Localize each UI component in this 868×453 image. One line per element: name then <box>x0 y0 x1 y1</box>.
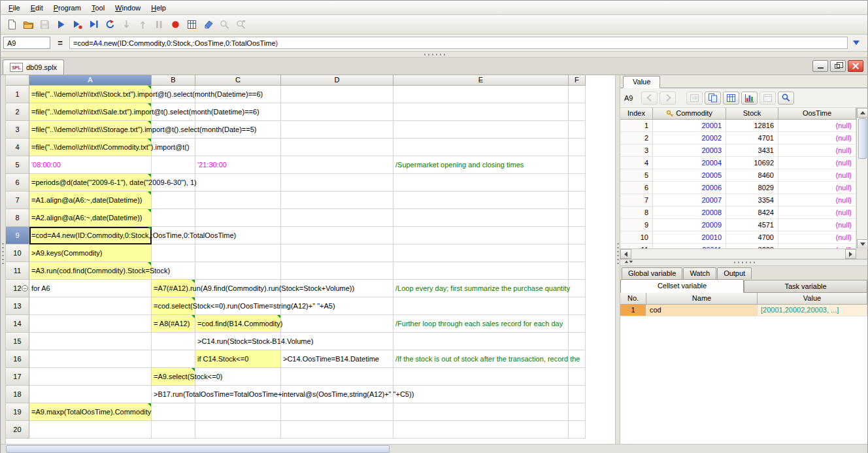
cell-F9[interactable] <box>569 227 586 244</box>
column-header-F[interactable]: F <box>569 75 586 86</box>
cell-F20[interactable] <box>569 421 586 439</box>
cell-B10[interactable] <box>152 244 195 262</box>
cell-C14[interactable]: =cod.find(B14.Commodity) <box>195 315 281 333</box>
row-header-17[interactable]: 17 <box>6 368 29 386</box>
scroll-right-icon[interactable] <box>845 249 856 259</box>
copy-icon[interactable] <box>705 92 721 105</box>
scroll-thumb[interactable] <box>858 118 867 159</box>
cell-A19[interactable]: =A9.maxp(TotalOosTime).Commodity <box>29 403 152 421</box>
cell-D4[interactable] <box>281 139 393 156</box>
cell-E5[interactable]: /Supermarket opening and closing times <box>393 156 569 174</box>
chart-icon[interactable] <box>741 92 758 105</box>
cell-A2[interactable]: =file("..\\demo\\zh\\txt\\Sale.txt").imp… <box>29 103 152 121</box>
cell-D5[interactable] <box>281 156 393 174</box>
cell-C5[interactable]: '21:30:00 <box>195 156 281 174</box>
tab-watch[interactable]: Watch <box>683 267 716 279</box>
cell-A1[interactable]: =file("..\\demo\\zh\\txt\\Stock.txt").im… <box>29 86 152 103</box>
header-name[interactable]: Name <box>646 293 758 305</box>
cell-A15[interactable] <box>29 333 152 350</box>
menu-tool[interactable]: Tool <box>86 2 110 14</box>
cell-E20[interactable] <box>393 421 569 439</box>
cell-A17[interactable] <box>29 368 152 386</box>
row-header-11[interactable]: 11 <box>6 262 29 280</box>
value-row[interactable]: 2200024701(null) <box>620 132 867 144</box>
search-icon[interactable] <box>778 92 794 105</box>
row-header-15[interactable]: 15 <box>6 333 29 350</box>
cell-B17[interactable]: =A9.select(Stock<=0) <box>152 368 195 386</box>
column-header-C[interactable]: C <box>195 75 281 86</box>
scroll-track[interactable] <box>631 249 845 259</box>
row-header-1[interactable]: 1 <box>6 86 29 103</box>
cell-A14[interactable] <box>29 315 152 333</box>
cell-E14[interactable]: /Further loop through each sales record … <box>393 315 569 333</box>
value-horizontal-scrollbar[interactable] <box>620 248 856 259</box>
cell-E2[interactable] <box>393 103 569 121</box>
cell-D2[interactable] <box>281 103 393 121</box>
cell-F3[interactable] <box>569 121 586 139</box>
cell-D1[interactable] <box>281 86 393 103</box>
cell-B15[interactable] <box>152 333 195 350</box>
cell-D8[interactable] <box>281 209 393 227</box>
cell-E4[interactable] <box>393 139 569 156</box>
value-row[interactable]: 10200104700(null) <box>620 231 867 244</box>
cell-F18[interactable] <box>569 386 586 403</box>
row-header-10[interactable]: 10 <box>6 244 29 262</box>
row-header-19[interactable]: 19 <box>6 403 29 421</box>
cell-E17[interactable] <box>393 368 569 386</box>
cell-A9[interactable]: =cod=A4.new(ID:Commodity,0:Stock,:OosTim… <box>29 227 152 244</box>
cell-E11[interactable] <box>393 262 569 280</box>
stop-icon[interactable] <box>168 17 183 32</box>
cell-C8[interactable] <box>195 209 281 227</box>
row-header-13[interactable]: 13 <box>6 297 29 315</box>
value-row[interactable]: 6200068029(null) <box>620 182 867 194</box>
column-header-B[interactable]: B <box>152 75 195 86</box>
row-header-16[interactable]: 16 <box>6 350 29 368</box>
minimize-button[interactable] <box>812 60 828 72</box>
scroll-left-icon[interactable] <box>620 249 631 259</box>
cell-A16[interactable] <box>29 350 152 368</box>
cell-A10[interactable]: >A9.keys(Commodity) <box>29 244 152 262</box>
cell-E10[interactable] <box>393 244 569 262</box>
tab-output[interactable]: Output <box>717 267 752 279</box>
value-row[interactable]: 12000112816(null) <box>620 120 867 132</box>
doc-tab[interactable]: SPL db09.splx <box>3 59 64 75</box>
expand-formula-icon[interactable] <box>853 41 860 45</box>
scroll-thumb[interactable] <box>6 445 390 453</box>
row-header-6[interactable]: 6 <box>6 174 29 192</box>
row-header-20[interactable]: 20 <box>6 421 29 439</box>
cell-E19[interactable] <box>393 403 569 421</box>
restart-icon[interactable] <box>103 17 118 32</box>
cell-E12[interactable]: /Loop every day; first summarize the pur… <box>393 280 569 297</box>
cell-B19[interactable] <box>152 403 195 421</box>
vertical-splitter[interactable] <box>615 75 620 444</box>
cell-F4[interactable] <box>569 139 586 156</box>
cell-B5[interactable] <box>152 156 195 174</box>
cell-A13[interactable] <box>29 297 152 315</box>
grid-corner[interactable] <box>6 75 29 86</box>
menu-help[interactable]: Help <box>146 2 171 14</box>
cell-E16[interactable]: /If the stock is out of stock after the … <box>393 350 569 368</box>
open-folder-icon[interactable] <box>21 17 36 32</box>
horizontal-splitter[interactable] <box>1 52 867 58</box>
cell-E13[interactable] <box>393 297 569 315</box>
header-no[interactable]: No. <box>620 293 646 305</box>
row-header-9[interactable]: 9 <box>6 227 29 244</box>
cell-E9[interactable] <box>393 227 569 244</box>
row-header-18[interactable]: 18 <box>6 386 29 403</box>
menu-edit[interactable]: Edit <box>25 2 48 14</box>
cell-F11[interactable] <box>569 262 586 280</box>
formula-input[interactable]: =cod=A4.new(ID:Commodity,0:Stock,:OosTim… <box>69 37 848 49</box>
row-header-2[interactable]: 2 <box>6 103 29 121</box>
run-icon[interactable] <box>54 17 69 32</box>
cell-A4[interactable]: =file("..\\demo\\zh\\txt\\Commodity.txt"… <box>29 139 152 156</box>
cell-D7[interactable] <box>281 192 393 209</box>
column-header-A[interactable]: A <box>29 75 152 86</box>
cell-D9[interactable] <box>281 227 393 244</box>
cell-F10[interactable] <box>569 244 586 262</box>
tab-task-variable[interactable]: Task variable <box>744 280 867 292</box>
cell-D19[interactable] <box>281 403 393 421</box>
cell-C11[interactable] <box>195 262 281 280</box>
cell-C6[interactable] <box>195 174 281 192</box>
header-commodity[interactable]: Commodity <box>653 108 726 120</box>
run-debug-icon[interactable] <box>70 17 85 32</box>
